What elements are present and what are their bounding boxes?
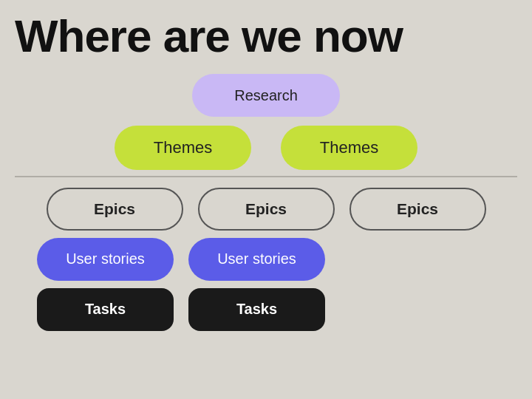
section-divider <box>15 176 517 177</box>
theme-node-1: Themes <box>115 126 251 170</box>
story-node-1: User stories <box>37 238 174 281</box>
epic-node-3: Epics <box>349 188 486 231</box>
page-title: Where are we now <box>0 0 532 66</box>
story-node-2: User stories <box>188 238 325 281</box>
task-node-2: Tasks <box>188 288 325 331</box>
diagram-area: Research Themes Themes Epics Epics Epics… <box>0 66 532 344</box>
themes-row: Themes Themes <box>15 126 517 170</box>
epic-node-1: Epics <box>47 188 183 231</box>
epics-row: Epics Epics Epics <box>15 188 517 231</box>
research-row: Research <box>15 74 517 117</box>
stories-row: User stories User stories <box>15 238 517 281</box>
tasks-row: Tasks Tasks <box>15 288 517 331</box>
theme-node-2: Themes <box>281 126 417 170</box>
task-node-1: Tasks <box>37 288 174 331</box>
epic-node-2: Epics <box>198 188 335 231</box>
research-node: Research <box>192 74 340 117</box>
